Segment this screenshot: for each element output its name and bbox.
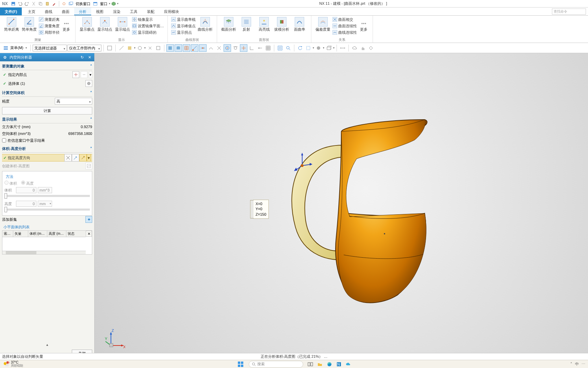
col-status[interactable]: 状态	[66, 231, 86, 237]
section-objects[interactable]: 要测量的对象˄	[2, 63, 92, 70]
tab-render[interactable]: 渲染	[108, 7, 125, 15]
ime-icon[interactable]: 中	[575, 362, 579, 367]
pin-cloud[interactable]	[345, 361, 352, 368]
col-volume[interactable]: 体积 (m…	[28, 231, 47, 237]
pin-explorer[interactable]	[316, 361, 324, 368]
col-vector[interactable]: 矢量	[13, 231, 28, 237]
tb-ico-1[interactable]	[106, 44, 113, 52]
volume-unit[interactable]: mm^3	[38, 187, 52, 193]
view-fit[interactable]	[276, 44, 284, 52]
calculate-button[interactable]: 计算	[2, 107, 92, 114]
window-label[interactable]: 窗口	[100, 0, 108, 7]
precision-dropdown[interactable]: 高	[55, 98, 92, 105]
collapse-arrow[interactable]: ▴	[0, 342, 94, 348]
start-button[interactable]	[236, 361, 245, 368]
viewport[interactable]: X=0 Y=0 Z=150 Z X Y	[95, 53, 588, 359]
show-info-checkbox[interactable]: 在信息窗口中显示结果	[2, 137, 92, 144]
measure-more-button[interactable]: 更多	[60, 16, 72, 32]
snap-quad[interactable]	[207, 44, 215, 52]
height-unit[interactable]: mm	[38, 201, 52, 207]
snap-mid[interactable]	[199, 44, 207, 52]
snap-ctr[interactable]	[224, 44, 231, 52]
show-endpoints-button[interactable]: 显示端点	[114, 16, 131, 32]
copy-icon[interactable]	[37, 1, 44, 7]
reflection-button[interactable]: 反射	[238, 16, 255, 32]
delete-row-button[interactable]: ✕	[86, 231, 92, 237]
surface-intersect-button[interactable]: 曲面相交	[332, 16, 358, 22]
pin-edge[interactable]	[326, 361, 333, 368]
surface-continuity-button[interactable]: 曲面连续性	[332, 23, 358, 29]
snap-perp[interactable]	[248, 44, 256, 52]
menu-button[interactable]	[2, 44, 10, 52]
chevron-up-icon[interactable]: ˄	[90, 117, 92, 122]
pin-nx[interactable]: N	[335, 361, 343, 368]
reset-icon[interactable]: ↻	[79, 55, 85, 60]
deviation-measure-button[interactable]: 偏差度量	[314, 16, 332, 32]
tab-tools[interactable]: 工具	[125, 7, 142, 15]
simple-angle-button[interactable]: 简单角度	[20, 16, 38, 32]
tab-view[interactable]: 视图	[91, 7, 108, 15]
cut-icon[interactable]	[31, 1, 37, 7]
chevron-up-icon[interactable]: ˄	[570, 362, 572, 366]
scope-filter-dropdown[interactable]: 仅在工作部件内	[67, 45, 101, 51]
menu-label[interactable]: 菜单(M)	[10, 45, 23, 50]
show-peaks-button[interactable]: 显示峰值点	[170, 23, 196, 29]
vector-x-icon[interactable]	[64, 154, 72, 162]
window-icon[interactable]	[92, 1, 98, 7]
volume-input[interactable]: 0	[16, 187, 36, 193]
height-slider[interactable]	[4, 209, 90, 211]
relation-more-button[interactable]: 更多	[358, 16, 370, 32]
tb-ico-5[interactable]	[146, 44, 154, 52]
mirror-display-button[interactable]: 镜像显示	[131, 16, 165, 22]
section-analysis-button[interactable]: 截面分析	[220, 16, 238, 32]
curve-analysis-button[interactable]: 曲线分析	[196, 16, 214, 32]
vector-pick-icon[interactable]	[72, 154, 79, 162]
snap-near[interactable]	[256, 44, 264, 52]
show-knots-button[interactable]: 显示结点	[96, 16, 114, 32]
curve-continuity-button[interactable]: 曲线连续性	[332, 29, 358, 35]
tb-ico-6[interactable]	[154, 44, 162, 52]
tab-home[interactable]: 主页	[23, 7, 40, 15]
snap-end[interactable]	[191, 44, 198, 52]
tb-hand[interactable]	[359, 44, 366, 52]
highlight-lines-button[interactable]: 高亮线	[255, 16, 273, 32]
system-tray[interactable]: ˄ 中 ⋯	[570, 362, 585, 367]
chevron-up-icon[interactable]: ˄	[90, 64, 92, 68]
col-height[interactable]: 高度 (m…	[47, 231, 66, 237]
pin-taskview[interactable]	[307, 361, 314, 368]
tb-ico-2[interactable]	[118, 44, 125, 52]
selection-filter-dropdown[interactable]: 无选择过滤器	[33, 45, 67, 51]
tab-file[interactable]: 文件(F)	[0, 7, 22, 15]
gear-icon[interactable]: ✿	[2, 55, 7, 60]
height-input[interactable]: 0	[16, 201, 36, 207]
body-picker-icon[interactable]	[85, 80, 92, 87]
snap-int[interactable]	[215, 44, 223, 52]
add-set-button[interactable]: ✦	[85, 216, 92, 223]
switch-window-label[interactable]: 切换窗口	[76, 0, 91, 7]
view-wireframe[interactable]	[325, 44, 332, 52]
tab-curve[interactable]: 曲线	[40, 7, 57, 15]
chevron-up-icon[interactable]: ˄	[90, 91, 92, 95]
more-tray-icon[interactable]: ⋯	[582, 362, 585, 366]
show-comb-button[interactable]: 显示曲率梳	[170, 16, 196, 22]
touch-icon[interactable]	[61, 1, 67, 7]
tb-dim[interactable]	[339, 44, 346, 52]
tb-ico-4[interactable]	[136, 44, 144, 52]
tab-appmod[interactable]: 应用模块	[159, 7, 184, 15]
undo-icon[interactable]	[17, 1, 23, 7]
face-curvature-button[interactable]: 面曲率	[291, 16, 308, 32]
tb-ico-3[interactable]	[126, 44, 133, 52]
redo-icon[interactable]	[24, 1, 30, 7]
save-icon[interactable]	[10, 1, 16, 7]
snap-cyl[interactable]	[175, 44, 182, 52]
point-constructor-icon[interactable]	[81, 71, 87, 78]
vector-auto-icon[interactable]	[79, 154, 87, 162]
measure-angle-button[interactable]: 测量角度	[38, 23, 60, 29]
snap-tan[interactable]	[232, 44, 239, 52]
mirror-plane-button[interactable]: 设置镜像平面…	[131, 23, 165, 29]
switch-window-icon[interactable]	[68, 1, 74, 7]
close-icon[interactable]: ✕	[87, 55, 92, 60]
cube-icon[interactable]	[111, 1, 117, 7]
snap-cross[interactable]	[240, 44, 247, 52]
radio-volume[interactable]: 体积	[4, 181, 17, 186]
